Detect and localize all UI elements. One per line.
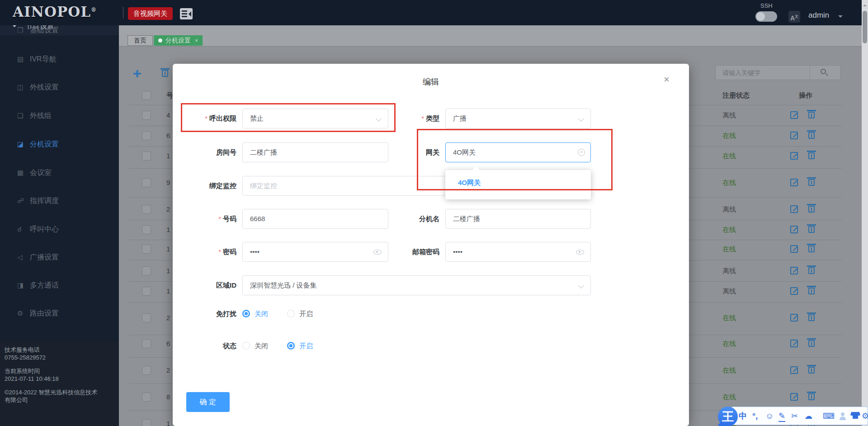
row-edit-button[interactable] [790, 132, 798, 139]
ime-cut-icon[interactable]: ✂ [791, 411, 798, 421]
row-delete-button[interactable] [808, 246, 815, 252]
sidebar-item-trunk-group[interactable]: ❏外线组 [0, 107, 119, 125]
sidebar-item-multi-party[interactable]: ◨多方通话 [0, 276, 119, 294]
row-edit-button[interactable] [790, 179, 798, 186]
row-delete-button[interactable] [808, 288, 815, 294]
row-checkbox[interactable] [142, 225, 151, 234]
row-checkbox[interactable] [142, 178, 151, 187]
row-delete-button[interactable] [808, 314, 815, 321]
status-option-on[interactable]: 开启 [299, 342, 313, 350]
row-checkbox[interactable] [142, 313, 151, 322]
batch-delete-button[interactable] [162, 70, 168, 77]
row-delete-button[interactable] [808, 112, 815, 118]
sidebar-item-broadcast[interactable]: ◁广播设置 [0, 248, 119, 266]
row-delete-button[interactable] [808, 179, 815, 186]
email-password-input[interactable]: •••• [445, 242, 591, 262]
row-checkbox[interactable] [142, 393, 151, 402]
sidebar-item-meeting[interactable]: ▦会议室 [0, 164, 119, 182]
row-delete-button[interactable] [808, 267, 815, 274]
add-button[interactable]: + [133, 65, 142, 82]
confirm-button[interactable]: 确 定 [186, 392, 230, 412]
sidebar-collapse-icon[interactable] [180, 8, 193, 19]
search-icon[interactable] [821, 69, 826, 74]
tab-home[interactable]: 首页 [127, 35, 153, 46]
user-menu[interactable]: admin [808, 11, 829, 20]
row-checkbox[interactable] [142, 287, 151, 296]
row-edit-button[interactable] [790, 245, 798, 253]
language-switch-icon[interactable]: A文 [788, 11, 800, 23]
row-edit-button[interactable] [790, 314, 798, 322]
row-edit-button[interactable] [790, 366, 798, 374]
sidebar-item-routing[interactable]: ⚙路由设置 [0, 304, 119, 322]
user-caret-icon [838, 15, 843, 20]
search-input[interactable]: 请输入关键字 [715, 65, 841, 80]
password-input[interactable]: •••• [242, 242, 388, 262]
row-edit-button[interactable] [790, 267, 798, 275]
scrollbar-thumb[interactable] [863, 11, 867, 43]
radio-selected-icon[interactable] [287, 342, 295, 350]
radio-unselected-icon[interactable] [242, 342, 250, 350]
password-label: *密码 [173, 242, 236, 262]
row-checkbox[interactable] [142, 245, 151, 254]
sidebar-item-ivr[interactable]: ▤IVR导航 [0, 50, 119, 68]
row-delete-button[interactable] [808, 152, 815, 159]
dnd-option-on[interactable]: 开启 [299, 310, 313, 317]
row-delete-button[interactable] [808, 226, 815, 233]
sidebar-item-dispatch[interactable]: ☍指挥调度 [0, 192, 119, 210]
ime-chinese-mode-icon[interactable]: 中 [739, 411, 747, 421]
row-checkbox[interactable] [142, 205, 151, 214]
row-checkbox[interactable] [142, 366, 151, 375]
ime-punctuation-icon[interactable]: °, [752, 411, 758, 421]
row-delete-button[interactable] [808, 206, 815, 213]
ime-account-icon[interactable] [839, 412, 846, 420]
row-delete-button[interactable] [808, 340, 815, 347]
ime-handwriting-icon[interactable]: ✎ [778, 411, 785, 422]
row-checkbox[interactable] [142, 339, 151, 348]
scroll-up-icon[interactable] [863, 3, 867, 6]
row-checkbox[interactable] [142, 151, 151, 161]
type-select[interactable]: 广播 [445, 109, 591, 128]
sidebar-item-trunk[interactable]: ◫外线设置 [0, 78, 119, 96]
ime-emoji-icon[interactable]: ☺ [765, 411, 774, 421]
row-checkbox[interactable] [142, 111, 151, 120]
call-split-icon: ☌ [17, 220, 27, 238]
row-edit-button[interactable] [790, 340, 798, 347]
row-edit-button[interactable] [790, 205, 798, 213]
tab-extension-settings[interactable]: 分机设置× [154, 35, 203, 46]
ssh-toggle[interactable] [755, 11, 777, 22]
row-delete-button[interactable] [808, 132, 815, 139]
row-checkbox[interactable] [142, 131, 151, 140]
row-checkbox[interactable] [142, 419, 151, 426]
row-edit-button[interactable] [790, 393, 798, 401]
dialog-close-icon[interactable]: × [664, 74, 670, 85]
dialog-title: 编辑 [173, 76, 689, 87]
ime-skin-icon[interactable] [853, 412, 858, 419]
ime-keyboard-icon[interactable]: ⌨ [823, 411, 835, 421]
ime-cloud-icon[interactable]: ☁ [804, 411, 812, 421]
sidebar-item-call-center[interactable]: ☌呼叫中心 [0, 220, 119, 238]
room-input[interactable]: 二楼广播 [242, 142, 388, 162]
radio-unselected-icon[interactable] [287, 310, 295, 317]
ext-name-input[interactable]: 二楼广播 [445, 209, 591, 229]
row-edit-button[interactable] [790, 152, 798, 160]
select-all-checkbox[interactable] [142, 91, 151, 100]
row-edit-button[interactable] [790, 226, 798, 233]
status-option-off[interactable]: 关闭 [255, 342, 268, 350]
ime-settings-icon[interactable]: ⚙ [862, 411, 868, 421]
area-id-select[interactable]: 深圳智慧光迅 / 设备集 [242, 275, 591, 295]
number-input[interactable]: 6668 [242, 209, 388, 229]
sidebar-item-extension[interactable]: ◪分机设置 [0, 135, 119, 153]
ime-logo-icon[interactable]: 王 [718, 407, 738, 426]
row-edit-button[interactable] [790, 287, 798, 295]
system-time-value: 2021-07-11 10:46:18 [5, 375, 119, 383]
row-edit-button[interactable] [790, 111, 798, 119]
row-delete-button[interactable] [808, 393, 815, 400]
dnd-option-off[interactable]: 关闭 [255, 310, 268, 317]
row-checkbox[interactable] [142, 266, 151, 275]
radio-selected-icon[interactable] [242, 310, 250, 317]
page-scrollbar[interactable] [862, 0, 868, 426]
edit-icon [790, 205, 798, 213]
row-delete-button[interactable] [808, 367, 815, 374]
close-tab-icon[interactable]: × [195, 38, 198, 44]
eye-icon[interactable] [576, 250, 584, 255]
